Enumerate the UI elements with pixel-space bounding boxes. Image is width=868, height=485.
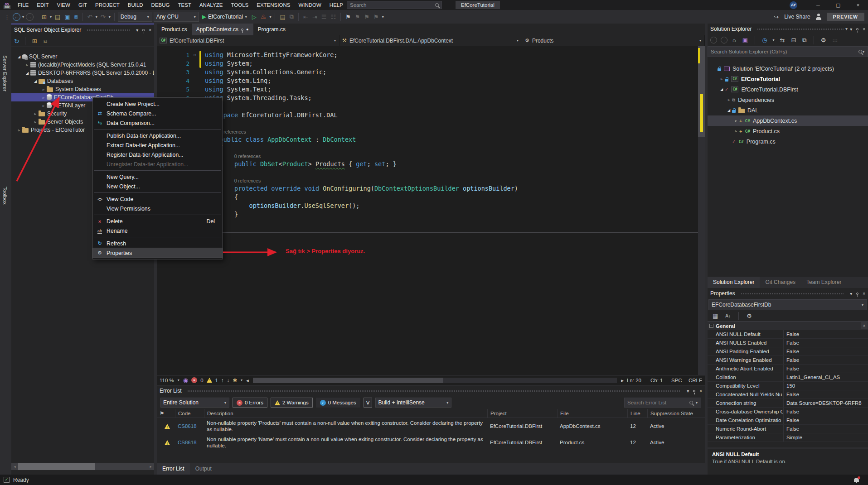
chevron-down-icon[interactable]: ▾ [699, 38, 702, 43]
dock-tab-solution-explorer[interactable]: Solution Explorer [708, 277, 760, 288]
undo-button[interactable]: ↶ [86, 14, 94, 20]
bookmark-previous-button[interactable]: ⚑ [354, 14, 362, 20]
expander-icon[interactable]: ▹ [40, 104, 47, 108]
expander-icon[interactable]: ◢ [16, 55, 22, 59]
code-line-11[interactable]: 11 { [157, 144, 698, 153]
property-value[interactable]: False [784, 356, 868, 364]
se-node-efcoretutorial-dbfirst[interactable]: ◢✓C#EfCoreTutorial.DBFirst [708, 84, 868, 95]
context-menu-item-new-query-[interactable]: New Query... [93, 172, 222, 182]
se-node-dal[interactable]: ◢DAL [708, 105, 868, 115]
column-header-line[interactable]: Line [627, 409, 647, 418]
start-without-debugging-button[interactable]: ▷ [251, 14, 258, 20]
context-menu-item-delete[interactable]: ×DeleteDel [93, 216, 222, 226]
hscroll-right-icon[interactable]: ▸ [621, 377, 624, 384]
dock-tab-team-explorer[interactable]: Team Explorer [801, 277, 847, 288]
scroll-right-icon[interactable]: ▸ [147, 465, 154, 469]
toolbox-vertical-tab[interactable]: Toolbox [2, 187, 8, 205]
property-value[interactable]: False [784, 330, 868, 338]
code-line-8[interactable]: 8namespace EfCoreTutorial.DBFirst.DAL [157, 111, 698, 120]
home-icon[interactable]: ⌂ [731, 37, 737, 43]
error-list-window-menu-icon[interactable]: ▾ [687, 389, 689, 394]
menu-edit[interactable]: EDIT [33, 0, 53, 10]
code-line-17[interactable]: 17 } [157, 210, 698, 219]
expander-icon[interactable]: ▹ [40, 87, 47, 91]
code-line-9[interactable]: 9{ [157, 120, 698, 128]
expander-icon[interactable]: ◢ [718, 87, 725, 91]
properties-wrench-icon[interactable]: ⚙ [820, 37, 828, 43]
preview-badge[interactable]: PREVIEW [827, 13, 864, 21]
bookmark-toggle-button[interactable]: ⚑ [344, 14, 352, 20]
ssox-node--localdb-projectmodels-sql-server-15-0-41[interactable]: ▹(localdb)\ProjectModels (SQL Server 15.… [11, 61, 154, 69]
preview-selected-items-icon[interactable]: ⚏ [831, 37, 839, 43]
context-menu-item-unregister-data-tier-application-[interactable]: Unregister Data-tier Application... [93, 159, 222, 169]
fold-collapse-icon[interactable]: ⊟ [189, 51, 200, 59]
code-line-12[interactable]: 12 public DbSet<Product> Products { get;… [157, 160, 698, 168]
expander-icon[interactable]: ▹ [726, 98, 732, 102]
context-menu-item-new-object-[interactable]: New Object... [93, 182, 222, 191]
context-menu-item-rename[interactable]: abRename [93, 226, 222, 235]
property-pages-icon[interactable]: ⚙ [745, 312, 753, 319]
editor-warning-count[interactable]: 1 [215, 378, 218, 383]
ssox-horizontal-scrollbar[interactable]: ◂ ▸ [11, 463, 154, 470]
error-list-search-box[interactable]: Search Error List ▾ [624, 398, 701, 408]
open-folder-button[interactable]: ▤ [53, 14, 62, 20]
new-project-dropdown-icon[interactable]: ▾ [49, 15, 52, 19]
property-value[interactable]: False [784, 425, 868, 433]
performance-profiler-button[interactable]: ♨ [259, 13, 268, 20]
property-row-concatenated-null-yields-nu[interactable]: Concatenated Null Yields NuFalse [708, 390, 868, 399]
properties-object-combo[interactable]: EFCoreDatabaseFirstDb ▾ [708, 299, 867, 310]
expander-icon[interactable]: ▹ [718, 77, 725, 81]
server-explorer-vertical-tab[interactable]: Server Explorer [2, 55, 8, 91]
expander-icon[interactable]: ◢ [32, 79, 39, 83]
se-back-icon[interactable]: ← [710, 37, 717, 43]
solution-explorer-search-box[interactable]: Search Solution Explorer (Ctrl+ş) ▾ [708, 46, 868, 57]
code-line-7[interactable]: 7 [157, 102, 698, 111]
ssox-close-icon[interactable]: × [149, 28, 151, 33]
editor-splitter[interactable] [157, 232, 698, 233]
menu-help[interactable]: HELP [325, 0, 347, 10]
ssox-window-menu-icon[interactable]: ▾ [136, 28, 138, 33]
property-value[interactable]: False [784, 365, 868, 373]
errors-filter-button[interactable]: × 0 Errors [233, 398, 267, 408]
navigate-forward-button[interactable]: → [26, 13, 34, 21]
redo-dropdown-icon[interactable]: ▾ [108, 15, 111, 19]
context-menu-item-extract-data-tier-application-[interactable]: Extract Data-tier Application... [93, 140, 222, 150]
close-button[interactable]: × [848, 0, 868, 10]
code-line-10[interactable]: 10 public class AppDbContext : DbContext [157, 135, 698, 144]
context-menu-item-view-code[interactable]: <>View Code [93, 194, 222, 204]
find-in-files-button[interactable]: ▤ [278, 14, 286, 20]
property-row-arithmetic-abort-enabled[interactable]: Arithmetic Abort EnabledFalse [708, 365, 868, 373]
editor-error-count[interactable]: 0 [200, 378, 203, 383]
code-line-6[interactable]: 6using System.Threading.Tasks; [157, 94, 698, 102]
se-node-efcoretutorial[interactable]: ▹C#EfCoreTutorial [708, 74, 868, 84]
code-line-18[interactable]: 18 } [157, 219, 698, 227]
code-line-3[interactable]: 3using System.Collections.Generic; [157, 68, 698, 77]
ssox-pin-icon[interactable] [142, 29, 145, 31]
se-node-program-cs[interactable]: ✓C#Program.cs [708, 136, 868, 147]
menu-analyze[interactable]: ANALYZE [195, 0, 227, 10]
props-window-menu-icon[interactable]: ▾ [850, 291, 852, 296]
property-row-cross-database-ownership-c[interactable]: Cross-database Ownership CFalse [708, 408, 868, 416]
bookmark-clear-button[interactable]: ⚑ [372, 14, 380, 20]
notifications-bell-icon[interactable] [854, 478, 859, 482]
context-menu-item-properties[interactable]: ⚙Properties [93, 248, 222, 258]
global-search-box[interactable]: Search [347, 1, 442, 9]
document-tab-product-cs[interactable]: Product.cs [157, 24, 192, 35]
profiler-dropdown-icon[interactable]: ▾ [269, 15, 272, 19]
properties-category-row[interactable]: − General ▲ [708, 322, 868, 330]
property-value[interactable]: False [784, 347, 868, 355]
context-menu-item-publish-data-tier-application-[interactable]: Publish Data-tier Application... [93, 131, 222, 140]
uncomment-button[interactable]: ☷ [329, 14, 337, 20]
add-sql-server-icon[interactable]: ⊞ [31, 38, 39, 44]
solution-platform-combo[interactable]: Any CPU▾ [154, 12, 199, 22]
error-scope-combo[interactable]: Entire Solution▾ [160, 398, 229, 408]
breadcrumb-0[interactable]: C#EfCoreTutorial.DBFirst▾ [157, 35, 339, 46]
menu-test[interactable]: TEST [174, 0, 195, 10]
code-line-5[interactable]: 5using System.Text; [157, 85, 698, 94]
chevron-down-icon[interactable]: ▾ [516, 38, 519, 43]
code-line-15[interactable]: 15 { [157, 193, 698, 202]
undo-dropdown-icon[interactable]: ▾ [95, 15, 98, 19]
property-value[interactable]: Simple [784, 433, 868, 442]
menu-tools[interactable]: TOOLS [227, 0, 252, 10]
code-line-13[interactable]: 13 [157, 168, 698, 177]
